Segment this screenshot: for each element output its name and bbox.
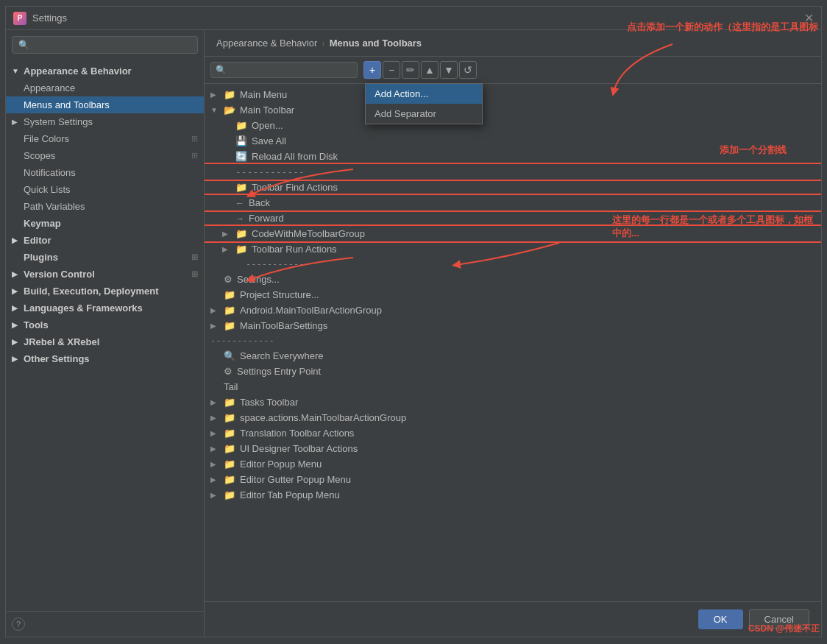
tree-item-editor-popup[interactable]: ▶ 📁 Editor Popup Menu	[205, 456, 821, 472]
tree-item-project-structure[interactable]: 📁 Project Structure...	[205, 287, 821, 302]
item-label: Open...	[252, 120, 283, 131]
ok-button[interactable]: OK	[698, 609, 743, 629]
add-separator-item[interactable]: Add Separator	[366, 104, 482, 124]
sidebar-item-label: Menus and Toolbars	[24, 99, 110, 110]
expand-arrow: ▼	[12, 67, 21, 75]
move-up-button[interactable]: ▲	[421, 61, 439, 79]
sidebar-item-tools[interactable]: ▶ Tools	[6, 316, 204, 333]
expand-arrow: ▶	[12, 236, 21, 244]
expand-arrow: ▶	[210, 475, 219, 484]
sidebar-item-label: Plugins	[24, 252, 58, 263]
sidebar-item-label: File Colors	[24, 133, 69, 144]
tree-item-toolbar-find[interactable]: 📁 Toolbar Find Actions	[205, 180, 821, 195]
sidebar-item-version-control[interactable]: ▶ Version Control ⊞	[6, 266, 204, 283]
tree-item-main-toolbar[interactable]: ▼ 📂 Main Toolbar	[205, 102, 821, 118]
external-icon: ⊞	[191, 134, 198, 144]
expand-arrow: ▶	[210, 91, 219, 99]
sidebar-item-path-variables[interactable]: Path Variables	[6, 198, 204, 215]
tree-separator3: ------------	[205, 333, 821, 348]
folder-icon: 📁	[235, 228, 247, 239]
tree-item-android-toolbar[interactable]: ▶ 📁 Android.MainToolBarActionGroup	[205, 302, 821, 318]
tree-item-separator1[interactable]: ------------	[205, 164, 821, 180]
item-label: Forward	[249, 213, 284, 224]
tree-item-main-menu[interactable]: ▶ 📁 Main Menu	[205, 87, 821, 102]
sidebar-item-label: Languages & Frameworks	[24, 302, 143, 314]
sidebar-item-menus-toolbars[interactable]: Menus and Toolbars	[6, 96, 204, 113]
tree-item-toolbar-run[interactable]: ▶ 📁 Toolbar Run Actions	[205, 241, 821, 257]
tree-item-space-actions[interactable]: ▶ 📁 space.actions.MainToolbarActionGroup	[205, 410, 821, 425]
add-button[interactable]: +	[363, 61, 381, 79]
item-label: UI Designer Toolbar Actions	[240, 443, 358, 454]
item-label: Tail	[224, 381, 238, 392]
sidebar-search-input[interactable]	[12, 36, 198, 54]
tree-item-forward[interactable]: → Forward	[205, 210, 821, 226]
tree-item-back[interactable]: ← Back	[205, 195, 821, 210]
tree-item-settings[interactable]: ⚙ Settings...	[205, 272, 821, 287]
item-label: Editor Gutter Popup Menu	[240, 474, 351, 485]
sidebar-item-system-settings[interactable]: ▶ System Settings	[6, 113, 204, 130]
sidebar-item-languages[interactable]: ▶ Languages & Frameworks	[6, 300, 204, 316]
sidebar-item-label: Appearance & Behavior	[24, 66, 132, 77]
sidebar-item-label: Scopes	[24, 150, 55, 161]
add-action-item[interactable]: Add Action...	[366, 84, 482, 104]
tree-item-reload[interactable]: 🔄 Reload All from Disk	[205, 149, 821, 164]
sidebar-item-label: Version Control	[24, 269, 95, 280]
tree-item-editor-tab[interactable]: ▶ 📁 Editor Tab Popup Menu	[205, 487, 821, 503]
tree-item-editor-gutter[interactable]: ▶ 📁 Editor Gutter Popup Menu	[205, 472, 821, 487]
tree-item-ui-designer[interactable]: ▶ 📁 UI Designer Toolbar Actions	[205, 441, 821, 456]
tree-item-main-toolbar-settings[interactable]: ▶ 📁 MainToolBarSettings	[205, 318, 821, 333]
tree-item-open[interactable]: 📁 Open...	[205, 118, 821, 133]
content-area: + − ✏ ▲ ▼ ↺ Add Action... Add Separator	[205, 57, 821, 601]
folder-icon: 📁	[224, 412, 235, 423]
sidebar-item-label: Editor	[24, 235, 52, 246]
tree-item-save-all[interactable]: 💾 Save All	[205, 133, 821, 149]
toolbar-search-area	[210, 62, 358, 78]
folder-icon: 📁	[224, 428, 235, 439]
sidebar-item-appearance-behavior[interactable]: ▼ Appearance & Behavior	[6, 63, 204, 79]
sidebar-item-quick-lists[interactable]: Quick Lists	[6, 181, 204, 198]
item-label: space.actions.MainToolbarActionGroup	[240, 412, 406, 423]
tree-item-codewithme[interactable]: ▶ 📁 CodeWithMeToolbarGroup	[205, 226, 821, 241]
remove-button[interactable]: −	[383, 61, 400, 79]
expand-arrow: ▶	[210, 322, 219, 330]
tree-item-settings-entry[interactable]: ⚙ Settings Entry Point	[205, 364, 821, 379]
reset-button[interactable]: ↺	[459, 61, 477, 79]
help-button[interactable]: ?	[12, 618, 25, 631]
sidebar-item-notifications[interactable]: Notifications	[6, 164, 204, 181]
close-button[interactable]: ✕	[803, 13, 814, 24]
expand-arrow: ▶	[210, 460, 219, 468]
tree-item-translation-toolbar[interactable]: ▶ 📁 Translation Toolbar Actions	[205, 425, 821, 441]
dialog-title: Settings	[32, 13, 803, 24]
tree-item-tail[interactable]: Tail	[205, 379, 821, 394]
sidebar-item-other-settings[interactable]: ▶ Other Settings	[6, 350, 204, 367]
sidebar-item-jrebel[interactable]: ▶ JRebel & XRebel	[6, 333, 204, 350]
item-label: Reload All from Disk	[252, 151, 338, 162]
sidebar-tree: ▼ Appearance & Behavior Appearance Menus…	[6, 60, 204, 611]
sidebar-item-keymap[interactable]: Keymap	[6, 215, 204, 232]
sidebar-item-label: Tools	[24, 319, 49, 330]
item-label: Project Structure...	[240, 289, 319, 300]
sidebar-item-file-colors[interactable]: File Colors ⊞	[6, 130, 204, 147]
item-label: Save All	[252, 135, 286, 146]
sidebar-item-scopes[interactable]: Scopes ⊞	[6, 147, 204, 164]
sidebar-item-label: System Settings	[24, 116, 93, 127]
tree-item-tasks-toolbar[interactable]: ▶ 📁 Tasks Toolbar	[205, 394, 821, 410]
move-down-button[interactable]: ▼	[440, 61, 458, 79]
dialog-body: ▼ Appearance & Behavior Appearance Menus…	[6, 30, 821, 637]
save-icon: 💾	[235, 135, 247, 146]
tree-item-search-everywhere[interactable]: 🔍 Search Everywhere	[205, 348, 821, 364]
folder-icon: 📁	[235, 244, 247, 255]
external-icon: ⊞	[191, 269, 198, 279]
toolbar-search-input[interactable]	[210, 62, 358, 78]
item-label: Tasks Toolbar	[240, 397, 298, 408]
expand-arrow: ▶	[12, 338, 21, 346]
sidebar-item-plugins[interactable]: Plugins ⊞	[6, 249, 204, 266]
sidebar-item-build[interactable]: ▶ Build, Execution, Deployment	[6, 283, 204, 300]
sidebar-item-editor[interactable]: ▶ Editor	[6, 232, 204, 249]
sidebar-item-appearance[interactable]: Appearance	[6, 79, 204, 96]
expand-arrow: ▶	[12, 270, 21, 278]
breadcrumb-parent: Appearance & Behavior	[216, 38, 317, 49]
expand-arrow: ▶	[210, 429, 219, 437]
edit-button[interactable]: ✏	[402, 61, 419, 79]
expand-arrow: ▶	[210, 491, 219, 499]
